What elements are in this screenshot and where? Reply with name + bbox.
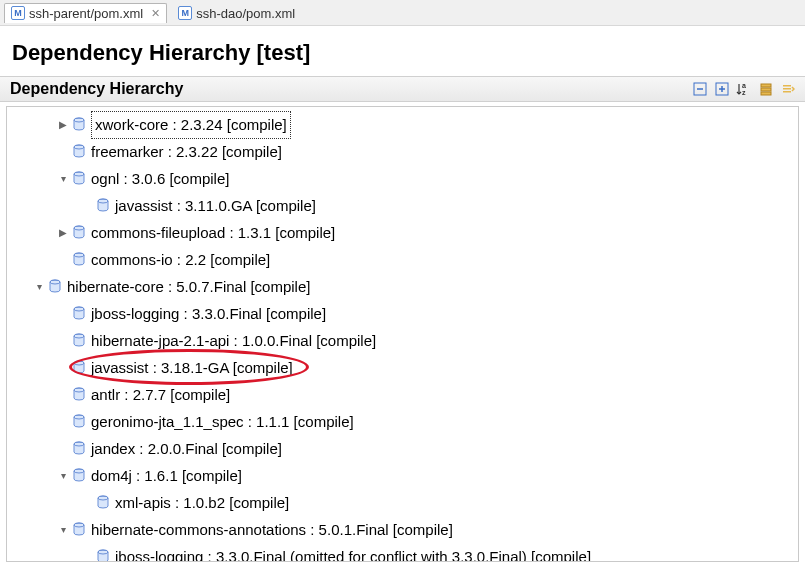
jar-icon	[95, 495, 111, 511]
page-title: Dependency Hierarchy [test]	[0, 26, 805, 76]
node-label: geronimo-jta_1.1_spec : 1.1.1 [compile]	[91, 409, 354, 435]
jar-icon	[95, 549, 111, 562]
jar-icon	[71, 414, 87, 430]
tree-row[interactable]: ▶commons-fileupload : 1.3.1 [compile]	[13, 219, 794, 246]
maven-file-icon: M	[178, 6, 192, 20]
jar-icon	[71, 171, 87, 187]
svg-rect-13	[783, 91, 791, 93]
tab-ssh-parent-pom[interactable]: M ssh-parent/pom.xml ✕	[4, 3, 167, 23]
tree-scroll[interactable]: ▶xwork-core : 2.3.24 [compile]freemarker…	[7, 107, 798, 561]
node-label: xwork-core : 2.3.24 [compile]	[91, 111, 291, 139]
view-menu-icon	[781, 82, 795, 96]
tab-label: ssh-parent/pom.xml	[29, 6, 143, 21]
node-label: jboss-logging : 3.3.0.Final (omitted for…	[115, 544, 591, 562]
sort-icon: az	[736, 82, 752, 96]
tree-row[interactable]: javassist : 3.18.1-GA [compile]	[13, 354, 794, 381]
jar-icon	[95, 198, 111, 214]
tree-row[interactable]: commons-io : 2.2 [compile]	[13, 246, 794, 273]
chevron-right-icon[interactable]: ▶	[55, 112, 71, 138]
tree-row[interactable]: xml-apis : 1.0.b2 [compile]	[13, 489, 794, 516]
node-label: commons-io : 2.2 [compile]	[91, 247, 270, 273]
chevron-right-icon[interactable]: ▶	[55, 220, 71, 246]
jar-icon	[71, 333, 87, 349]
jar-icon	[71, 252, 87, 268]
svg-text:z: z	[742, 89, 746, 96]
jar-icon	[71, 522, 87, 538]
node-label: antlr : 2.7.7 [compile]	[91, 382, 230, 408]
node-label: dom4j : 1.6.1 [compile]	[91, 463, 242, 489]
section-title: Dependency Hierarchy	[10, 80, 183, 98]
tree-row[interactable]: jboss-logging : 3.3.0.Final (omitted for…	[13, 543, 794, 561]
node-label: jandex : 2.0.0.Final [compile]	[91, 436, 282, 462]
jar-icon	[71, 117, 87, 133]
filter-icon	[759, 82, 773, 96]
node-label: xml-apis : 1.0.b2 [compile]	[115, 490, 289, 516]
tab-ssh-dao-pom[interactable]: M ssh-dao/pom.xml	[171, 3, 302, 23]
node-label: hibernate-commons-annotations : 5.0.1.Fi…	[91, 517, 453, 543]
tree-row[interactable]: hibernate-jpa-2.1-api : 1.0.0.Final [com…	[13, 327, 794, 354]
view-menu-button[interactable]	[779, 80, 797, 98]
jar-icon	[71, 387, 87, 403]
node-label: ognl : 3.0.6 [compile]	[91, 166, 229, 192]
tree-panel: ▶xwork-core : 2.3.24 [compile]freemarker…	[6, 106, 799, 562]
jar-icon	[47, 279, 63, 295]
chevron-down-icon[interactable]: ▾	[55, 166, 71, 192]
jar-icon	[71, 306, 87, 322]
tree-row[interactable]: ▾hibernate-core : 5.0.7.Final [compile]	[13, 273, 794, 300]
expand-all-icon	[715, 82, 729, 96]
editor-tabs: M ssh-parent/pom.xml ✕ M ssh-dao/pom.xml	[0, 0, 805, 26]
svg-rect-10	[761, 92, 771, 95]
close-icon[interactable]: ✕	[151, 7, 160, 20]
node-label: hibernate-core : 5.0.7.Final [compile]	[67, 274, 310, 300]
expand-all-button[interactable]	[713, 80, 731, 98]
svg-rect-11	[783, 85, 791, 87]
tree-row[interactable]: ▾ognl : 3.0.6 [compile]	[13, 165, 794, 192]
jar-icon	[71, 360, 87, 376]
sort-button[interactable]: az	[735, 80, 753, 98]
section-toolbar: az	[691, 80, 797, 98]
tree-row[interactable]: ▾hibernate-commons-annotations : 5.0.1.F…	[13, 516, 794, 543]
chevron-down-icon[interactable]: ▾	[55, 517, 71, 543]
node-label: commons-fileupload : 1.3.1 [compile]	[91, 220, 335, 246]
dependency-tree: ▶xwork-core : 2.3.24 [compile]freemarker…	[7, 107, 798, 561]
filter-button[interactable]	[757, 80, 775, 98]
jar-icon	[71, 144, 87, 160]
tree-row[interactable]: javassist : 3.11.0.GA [compile]	[13, 192, 794, 219]
jar-icon	[71, 225, 87, 241]
node-label: hibernate-jpa-2.1-api : 1.0.0.Final [com…	[91, 328, 376, 354]
tree-row[interactable]: ▶xwork-core : 2.3.24 [compile]	[13, 111, 794, 138]
tree-row[interactable]: ▾dom4j : 1.6.1 [compile]	[13, 462, 794, 489]
chevron-down-icon[interactable]: ▾	[31, 274, 47, 300]
tree-row[interactable]: antlr : 2.7.7 [compile]	[13, 381, 794, 408]
node-label: freemarker : 2.3.22 [compile]	[91, 139, 282, 165]
tree-row[interactable]: geronimo-jta_1.1_spec : 1.1.1 [compile]	[13, 408, 794, 435]
node-label: jboss-logging : 3.3.0.Final [compile]	[91, 301, 326, 327]
jar-icon	[71, 468, 87, 484]
tree-row[interactable]: jboss-logging : 3.3.0.Final [compile]	[13, 300, 794, 327]
chevron-down-icon[interactable]: ▾	[55, 463, 71, 489]
jar-icon	[71, 441, 87, 457]
svg-rect-8	[761, 84, 771, 87]
tree-row[interactable]: freemarker : 2.3.22 [compile]	[13, 138, 794, 165]
tab-label: ssh-dao/pom.xml	[196, 6, 295, 21]
svg-text:a: a	[742, 82, 746, 89]
tree-row[interactable]: jandex : 2.0.0.Final [compile]	[13, 435, 794, 462]
node-label: javassist : 3.11.0.GA [compile]	[115, 193, 316, 219]
svg-rect-9	[761, 88, 771, 91]
node-label: javassist : 3.18.1-GA [compile]	[91, 355, 293, 381]
maven-file-icon: M	[11, 6, 25, 20]
svg-rect-12	[783, 88, 791, 90]
collapse-all-icon	[693, 82, 707, 96]
section-header: Dependency Hierarchy az	[0, 76, 805, 102]
collapse-all-button[interactable]	[691, 80, 709, 98]
